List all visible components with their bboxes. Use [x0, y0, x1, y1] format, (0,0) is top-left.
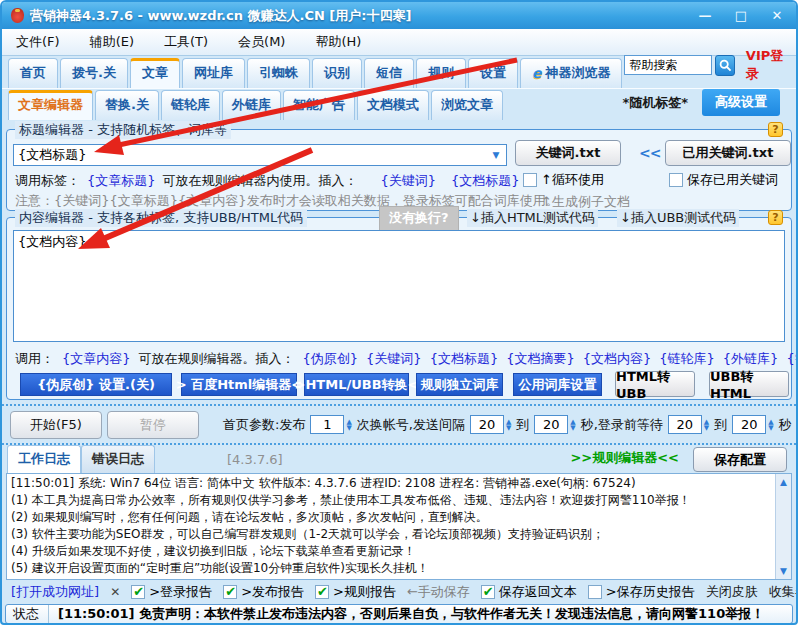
insert-doc-content-tag[interactable]: {文档内容} — [583, 350, 652, 368]
search-input[interactable] — [624, 55, 712, 75]
insert-pseudo-original-tag[interactable]: {伪原创} — [303, 350, 359, 368]
menu-assist[interactable]: 辅助(E) — [90, 33, 134, 51]
interval-label: 次换帐号,发送间隔 — [357, 416, 465, 434]
public-dict-settings-button[interactable]: 公用词库设置 — [513, 373, 602, 396]
interval-min-input[interactable] — [470, 415, 504, 434]
tab-spider[interactable]: 引蜘蛛 — [247, 58, 310, 88]
collector-file-label[interactable]: 收集器1.txt — [769, 583, 798, 601]
subtab-outlink[interactable]: 外链库 — [222, 90, 281, 120]
login-report-checkbox[interactable]: >登录报告 — [131, 583, 212, 601]
rule-dict-button[interactable]: 规则独立词库 — [416, 373, 503, 396]
tab-work-log[interactable]: 工作日志 — [7, 445, 81, 473]
start-button[interactable]: 开始(F5) — [10, 411, 102, 439]
pause-button[interactable]: 暂停 — [107, 411, 199, 439]
menu-tools[interactable]: 工具(T) — [164, 33, 208, 51]
tab-rules[interactable]: 规则 — [416, 58, 466, 88]
save-history-report-checkbox[interactable]: >保存历史报告 — [588, 583, 695, 601]
spinner-arrows: ▲▼ — [506, 419, 511, 431]
tab-dial[interactable]: 拨号.关 — [60, 58, 128, 88]
spin-down-icon[interactable]: ▼ — [506, 425, 511, 431]
insert-link-wheel-tag[interactable]: {链轮库} — [659, 350, 715, 368]
chevron-down-icon[interactable]: ▼ — [486, 150, 506, 160]
subtab-replace[interactable]: 替换.关 — [95, 90, 159, 120]
insert-article-content-tag[interactable]: {文章内容} — [62, 350, 131, 368]
log-line: (2) 如果规则编写时，您有任何问题，请在论坛发帖，多次顶帖，多次发帖问，直到解… — [11, 509, 771, 526]
insert-keyword-tag[interactable]: {关键词} — [381, 172, 437, 190]
menu-member[interactable]: 会员(M) — [238, 33, 285, 51]
rule-editor-link[interactable]: >>规则编辑器<< — [570, 449, 679, 473]
close-button[interactable]: ✕ — [767, 8, 787, 23]
tab-article[interactable]: 文章 — [130, 58, 180, 88]
menu-file[interactable]: 文件(F) — [16, 33, 60, 51]
html-ubb-convert-button[interactable]: >HTML/UBB转换< — [304, 373, 409, 396]
baidu-html-editor-button[interactable]: > 百度Html编辑器< — [181, 373, 297, 396]
move-left-chevrons[interactable]: << — [639, 145, 660, 161]
tab-sms[interactable]: 短信 — [364, 58, 414, 88]
close-skin-link[interactable]: 关闭皮肤 — [706, 583, 758, 601]
checkbox-icon — [315, 585, 329, 599]
login-wait-label: 秒,登录前等待 — [581, 416, 663, 434]
tab-home[interactable]: 首页 — [8, 58, 58, 88]
insert-keyword-tag[interactable]: {关键词} — [366, 350, 422, 368]
scroll-down-icon[interactable]: ▼ — [780, 563, 787, 579]
clear-icon[interactable]: ✕ — [110, 585, 120, 599]
help-icon[interactable]: ? — [768, 210, 783, 225]
tab-recognize[interactable]: 识别 — [312, 58, 362, 88]
subtab-link-wheel[interactable]: 链轮库 — [161, 90, 220, 120]
spin-down-icon[interactable]: ▼ — [346, 425, 351, 431]
save-config-button[interactable]: 保存配置 — [693, 447, 787, 472]
subtab-browse-article[interactable]: 浏览文章 — [431, 90, 503, 120]
search-button[interactable] — [715, 55, 734, 76]
insert-html-test-link[interactable]: ↓插入HTML测试代码 — [467, 209, 598, 227]
subtab-article-editor[interactable]: 文章编辑器 — [8, 90, 93, 120]
insert-doc-summary-tag[interactable]: {文档摘要} — [506, 350, 575, 368]
content-textarea[interactable]: {文档内容} — [13, 230, 785, 342]
wait-min-input[interactable] — [668, 415, 702, 434]
spin-down-icon[interactable]: ▼ — [704, 425, 709, 431]
ie-browser-icon: e — [532, 68, 542, 78]
insert-ubb-test-link[interactable]: ↓插入UBB测试代码 — [617, 209, 739, 227]
help-icon[interactable]: ? — [768, 122, 783, 137]
tab-error-log[interactable]: 错误日志 — [81, 445, 155, 473]
tab-settings[interactable]: 设置 — [468, 58, 518, 88]
ubb-to-html-button[interactable]: UBB转HTML — [709, 371, 789, 397]
publish-param-label: 首页参数:发布 — [223, 416, 305, 434]
tab-browser[interactable]: e 神器浏览器 — [520, 58, 623, 88]
pseudo-original-settings-button[interactable]: {伪原创} 设置.(关) — [20, 373, 172, 396]
keyword-txt-button[interactable]: 关键词.txt — [515, 140, 621, 166]
used-keyword-txt-button[interactable]: 已用关键词.txt — [665, 140, 791, 166]
insert-article-title-tag[interactable]: {文章标题} — [87, 172, 156, 190]
spin-down-icon[interactable]: ▼ — [570, 425, 575, 431]
no-linebreak-button[interactable]: 没有换行? — [379, 206, 459, 231]
html-to-ubb-button[interactable]: HTML转UBB — [615, 371, 695, 397]
wait-max-input[interactable] — [732, 415, 766, 434]
publish-count-input[interactable] — [310, 415, 344, 434]
to-label: 到 — [516, 416, 529, 434]
log-scrollbar[interactable]: ▲ ▼ — [775, 474, 791, 579]
publish-report-checkbox[interactable]: >发布报告 — [223, 583, 304, 601]
spinner-arrows: ▲▼ — [346, 419, 351, 431]
title-template-combobox[interactable]: {文档标题} ▼ — [13, 144, 507, 166]
vip-login-link[interactable]: VIP登录 — [746, 47, 784, 83]
advanced-settings-button[interactable]: 高级设置 — [702, 89, 780, 116]
subtab-smart-ads[interactable]: 智能广告 — [283, 90, 355, 120]
insert-smart-ad-tag[interactable]: {智能广告} — [786, 350, 798, 368]
scroll-up-icon[interactable]: ▲ — [780, 474, 787, 490]
rule-report-checkbox[interactable]: >规则报告 — [315, 583, 396, 601]
subtab-doc-mode[interactable]: 文档模式 — [357, 90, 429, 120]
spin-down-icon[interactable]: ▼ — [768, 425, 773, 431]
insert-doc-title-tag[interactable]: {文档标题} — [451, 172, 520, 190]
open-success-urls-link[interactable]: [打开成功网址] — [11, 583, 99, 601]
checkbox-icon — [131, 585, 145, 599]
loop-use-checkbox[interactable]: ↑循环使用 — [523, 171, 604, 189]
minimize-button[interactable]: — — [695, 8, 715, 23]
save-used-keyword-checkbox[interactable]: 保存已用关键词 — [669, 171, 778, 189]
save-return-text-checkbox[interactable]: 保存返回文本 — [481, 583, 577, 601]
insert-outlink-tag[interactable]: {外链库} — [723, 350, 779, 368]
spinner-arrows: ▲▼ — [704, 419, 709, 431]
maximize-button[interactable]: □ — [731, 8, 751, 23]
interval-max-input[interactable] — [534, 415, 568, 434]
tab-url-library[interactable]: 网址库 — [182, 58, 245, 88]
menu-help[interactable]: 帮助(H) — [315, 33, 361, 51]
insert-doc-title-tag[interactable]: {文档标题} — [430, 350, 499, 368]
